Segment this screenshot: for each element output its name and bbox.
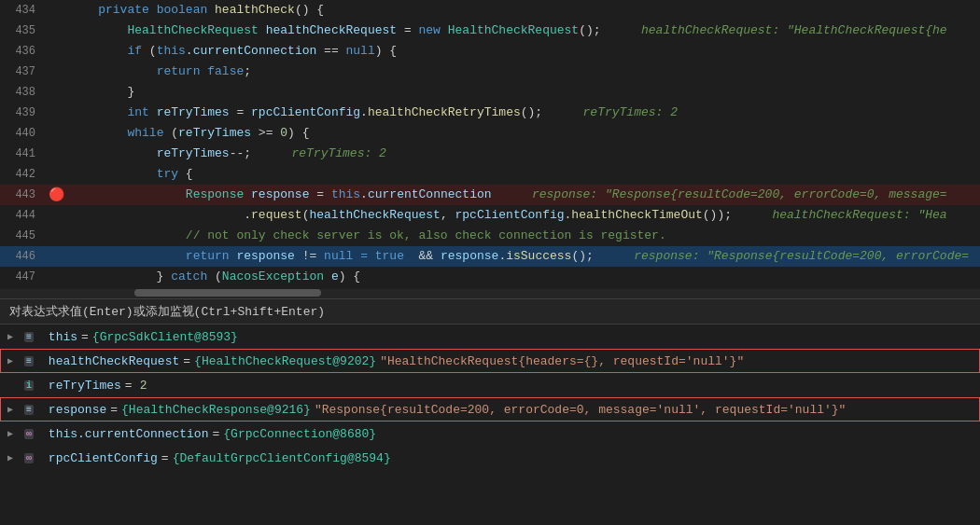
code-line-444: 444 .request(healthCheckRequest, rpcClie… <box>0 205 980 226</box>
var-name-response: response <box>41 403 106 417</box>
variable-item-response[interactable]: ▶ ≡ response = {HealthCheckResponse@9216… <box>0 397 980 421</box>
line-content-441: reTryTimes--; reTryTimes: 2 <box>65 144 980 164</box>
breakpoint-icon: 🔴 <box>49 188 64 201</box>
line-content-435: HealthCheckRequest healthCheckRequest = … <box>65 21 980 41</box>
var-value-response: "Response{resultCode=200, errorCode=0, m… <box>315 403 847 417</box>
gutter-441 <box>47 144 65 164</box>
gutter-439 <box>47 103 65 123</box>
gutter-440 <box>47 123 65 144</box>
variable-item-currentConnection[interactable]: ▶ ∞ this.currentConnection = {GrpcConnec… <box>0 421 980 446</box>
code-line-436: 436 if (this.currentConnection == null) … <box>0 41 980 62</box>
expand-arrow-currentConnection[interactable]: ▶ <box>7 428 21 439</box>
gutter-434 <box>47 0 65 21</box>
line-num-447: 447 <box>0 267 47 287</box>
gutter-437 <box>47 62 65 82</box>
variable-item-healthCheckRequest[interactable]: ▶ ≡ healthCheckRequest = {HealthCheckReq… <box>0 349 980 373</box>
line-content-445: // not only check server is ok, also che… <box>65 226 980 246</box>
gutter-443: 🔴 <box>47 185 65 205</box>
var-icon-healthCheckRequest: ≡ <box>24 356 34 366</box>
expand-arrow-response[interactable]: ▶ <box>7 404 21 415</box>
line-num-441: 441 <box>0 144 47 164</box>
var-type-currentConnection: {GrpcConnection@8680} <box>223 427 376 441</box>
expand-arrow-this[interactable]: ▶ <box>7 331 21 342</box>
line-content-447: } catch (NacosException e) { <box>65 267 980 287</box>
code-line-445: 445 // not only check server is ok, also… <box>0 226 980 246</box>
editor-scrollbar[interactable] <box>0 289 980 298</box>
line-num-439: 439 <box>0 103 47 123</box>
gutter-436 <box>47 41 65 62</box>
expression-hint-text: 对表达式求值(Enter)或添加监视(Ctrl+Shift+Enter) <box>9 303 325 320</box>
expand-arrow-reTryTimes: ▶ <box>7 380 21 391</box>
line-num-435: 435 <box>0 21 47 41</box>
var-icon-rpcClientConfig: ∞ <box>24 453 34 463</box>
gutter-447 <box>47 267 65 287</box>
line-content-444: .request(healthCheckRequest, rpcClientCo… <box>65 205 980 226</box>
expand-arrow-healthCheckRequest[interactable]: ▶ <box>7 355 21 366</box>
var-type-this: {GrpcSdkClient@8593} <box>92 330 238 344</box>
line-num-446: 446 <box>0 246 47 267</box>
var-name-reTryTimes: reTryTimes <box>41 379 121 393</box>
gutter-445 <box>47 226 65 246</box>
code-line-446: 446 return response != null = true && re… <box>0 246 980 267</box>
code-line-438: 438 } <box>0 82 980 103</box>
variable-item-rpcClientConfig[interactable]: ▶ ∞ rpcClientConfig = {DefaultGrpcClient… <box>0 446 980 470</box>
variable-item-reTryTimes[interactable]: ▶ i reTryTimes = 2 <box>0 373 980 397</box>
code-line-447: 447 } catch (NacosException e) { <box>0 267 980 287</box>
gutter-446 <box>47 246 65 267</box>
variable-item-this[interactable]: ▶ ≡ this = {GrpcSdkClient@8593} <box>0 325 980 349</box>
code-line-439: 439 int reTryTimes = rpcClientConfig.hea… <box>0 103 980 123</box>
code-editor[interactable]: 434 private boolean healthCheck() { 435 … <box>0 0 980 298</box>
code-line-441: 441 reTryTimes--; reTryTimes: 2 <box>0 144 980 164</box>
line-content-437: return false; <box>65 62 980 82</box>
var-type-rpcClientConfig: {DefaultGrpcClientConfig@8594} <box>173 451 391 465</box>
var-name-rpcClientConfig: rpcClientConfig <box>41 451 158 465</box>
variables-panel: ▶ ≡ this = {GrpcSdkClient@8593} ▶ ≡ heal… <box>0 325 980 516</box>
var-name-this: this <box>41 330 77 344</box>
line-content-443: Response response = this.currentConnecti… <box>65 185 980 205</box>
line-content-440: while (reTryTimes >= 0) { <box>65 123 980 144</box>
var-icon-currentConnection: ∞ <box>24 429 34 439</box>
gutter-438 <box>47 82 65 103</box>
line-content-442: try { <box>65 164 980 185</box>
code-line-437: 437 return false; <box>0 62 980 82</box>
var-type-response: {HealthCheckResponse@9216} <box>121 403 311 417</box>
code-line-435: 435 HealthCheckRequest healthCheckReques… <box>0 21 980 41</box>
var-value-healthCheckRequest: "HealthCheckRequest{headers={}, requestI… <box>380 354 744 368</box>
line-content-439: int reTryTimes = rpcClientConfig.healthC… <box>65 103 980 123</box>
line-num-444: 444 <box>0 205 47 226</box>
var-icon-response: ≡ <box>24 405 34 415</box>
expand-arrow-rpcClientConfig[interactable]: ▶ <box>7 452 21 463</box>
line-content-436: if (this.currentConnection == null) { <box>65 41 980 62</box>
scrollbar-thumb[interactable] <box>134 289 321 297</box>
expression-input-area[interactable]: 对表达式求值(Enter)或添加监视(Ctrl+Shift+Enter) <box>0 298 980 325</box>
line-content-434: private boolean healthCheck() { <box>65 0 980 21</box>
line-content-446: return response != null = true && respon… <box>65 246 980 267</box>
code-line-443: 443 🔴 Response response = this.currentCo… <box>0 185 980 205</box>
line-num-440: 440 <box>0 123 47 144</box>
var-icon-this: ≡ <box>24 332 34 342</box>
var-value-reTryTimes: 2 <box>140 379 147 393</box>
line-num-442: 442 <box>0 164 47 185</box>
var-name-healthCheckRequest: healthCheckRequest <box>41 354 179 368</box>
line-num-438: 438 <box>0 82 47 103</box>
gutter-435 <box>47 21 65 41</box>
var-name-currentConnection: this.currentConnection <box>41 427 208 441</box>
var-icon-reTryTimes: i <box>24 380 34 391</box>
code-line-434: 434 private boolean healthCheck() { <box>0 0 980 21</box>
code-line-442: 442 try { <box>0 164 980 185</box>
gutter-442 <box>47 164 65 185</box>
line-num-445: 445 <box>0 226 47 246</box>
line-num-437: 437 <box>0 62 47 82</box>
line-num-436: 436 <box>0 41 47 62</box>
gutter-444 <box>47 205 65 226</box>
var-type-healthCheckRequest: {HealthCheckRequest@9202} <box>194 354 376 368</box>
line-content-438: } <box>65 82 980 103</box>
line-num-434: 434 <box>0 0 47 21</box>
editor-panel: 434 private boolean healthCheck() { 435 … <box>0 0 980 516</box>
code-line-440: 440 while (reTryTimes >= 0) { <box>0 123 980 144</box>
line-num-443: 443 <box>0 185 47 205</box>
